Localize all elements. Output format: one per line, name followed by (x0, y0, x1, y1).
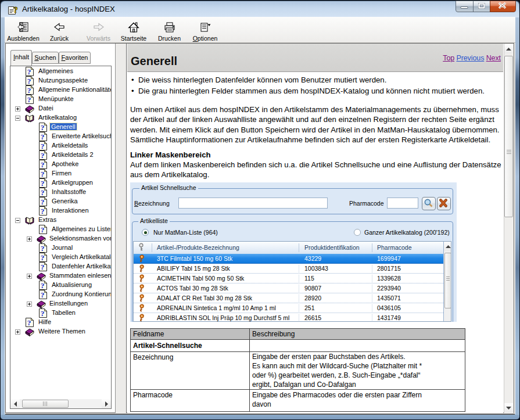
svg-text:?: ? (13, 5, 18, 15)
